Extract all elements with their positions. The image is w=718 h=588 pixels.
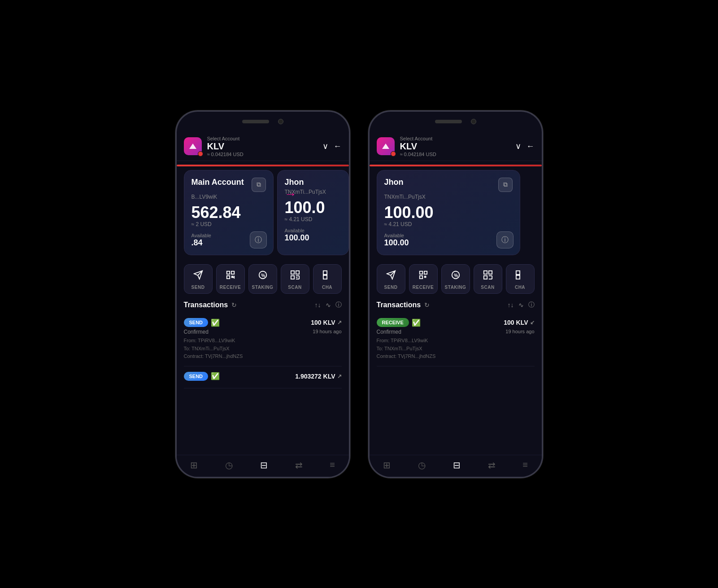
phone1-scan-btn[interactable]: SCAN (281, 264, 309, 294)
main-info-btn[interactable]: ⓘ (250, 231, 267, 248)
tx-actions: ↑↓ ∿ ⓘ (315, 301, 342, 309)
tx2-badge: SEND (184, 372, 209, 381)
phone2-staking-icon: % (451, 270, 461, 282)
tx1-badge-row: SEND ✅ (184, 318, 220, 327)
sort-icon[interactable]: ↑↓ (315, 301, 321, 309)
phone1-usd: ≈ 0.042184 USD (207, 152, 317, 157)
tx2-amount: 1.903272 KLV ↗ (295, 373, 341, 380)
tx1-check: ✅ (211, 318, 220, 327)
jhon-card-usd: ≈ 4.21 USD (285, 216, 341, 222)
svg-rect-35 (516, 275, 519, 279)
phone2-receive-btn[interactable]: RECEIVE (409, 264, 438, 294)
phone2-nav-grid[interactable]: ⊞ (383, 460, 391, 470)
nav-wallet[interactable]: ⊟ (260, 460, 268, 470)
phone1-tx-list: SEND ✅ 100 KLV ↗ Confirmed 19 hours ago (177, 313, 349, 454)
phone2-nav-swap[interactable]: ⇄ (488, 460, 496, 470)
main-copy-btn[interactable]: ⧉ (252, 178, 266, 192)
phone1-cha-label: CHA (322, 285, 332, 290)
nav-swap[interactable]: ⇄ (295, 460, 303, 470)
svg-text:%: % (454, 273, 458, 278)
phone2-chevron[interactable]: ∨ (515, 141, 521, 151)
phone2-actions: SEND RECEIVE (370, 259, 542, 299)
phone2-notch (370, 112, 542, 131)
card-top: Main Account ⧉ (191, 178, 266, 192)
phone2-card-name: Jhon (384, 178, 404, 187)
receive-icon (226, 270, 235, 282)
phone2-wrapper: Select Account KLV ≈ 0.042184 USD ∨ ← (368, 110, 543, 478)
phone2-header-actions: ∨ ← (515, 141, 535, 151)
svg-rect-2 (226, 271, 229, 274)
phone1-tx-title: Transactions (184, 301, 228, 309)
phone2-send-icon (386, 270, 396, 282)
phone2-tx1-amount-value: 100 KLV (504, 319, 528, 326)
svg-text:%: % (261, 273, 265, 278)
phone2-tx1-badge: RECEIVE (377, 318, 409, 327)
phone1-refresh-icon[interactable]: ↻ (231, 301, 237, 309)
phone1-select-label: Select Account (207, 136, 317, 141)
phone2-send-label: SEND (384, 285, 398, 290)
jhon-card-top: Jhon (285, 178, 341, 187)
phone1-main-card[interactable]: Main Account ⧉ B...LV9wiK 562.84 ≈ 2 USD… (184, 170, 274, 256)
phone2-info-btn[interactable]: ⓘ (496, 231, 513, 248)
phone1-send-btn[interactable]: SEND (184, 264, 213, 294)
phone1-jhon-card[interactable]: Jhon TNXmTi...PuTjsX 100.0 ≈ 4.21 USD Av… (277, 170, 349, 256)
phone2-tx-item-1[interactable]: RECEIVE ✅ 100 KLV ↙ Confirmed 19 hours a… (377, 313, 535, 366)
phone2-back[interactable]: ← (527, 142, 535, 151)
tx1-amount: 100 KLV ↗ (311, 319, 341, 326)
phone1-receive-btn[interactable]: RECEIVE (216, 264, 245, 294)
phone2-usd: ≈ 0.042184 USD (400, 152, 510, 157)
scan-icon (290, 270, 300, 282)
phone1-header-actions: ∨ ← (322, 141, 342, 151)
nav-clock[interactable]: ◷ (225, 460, 233, 470)
tx1-arrow: ↗ (337, 319, 342, 326)
phone1-notch (177, 112, 349, 131)
phone1: Select Account KLV ≈ 0.042184 USD ∨ ← (175, 110, 350, 478)
tx-item-1[interactable]: SEND ✅ 100 KLV ↗ Confirmed 19 hours ago (184, 313, 342, 366)
phone2-cha-btn[interactable]: CHA (506, 264, 535, 294)
info-icon[interactable]: ⓘ (335, 301, 342, 309)
phone2-staking-btn[interactable]: % STAKING (441, 264, 470, 294)
tx2-check: ✅ (211, 372, 220, 380)
phone1-staking-btn[interactable]: % STAKING (248, 264, 277, 294)
phone2-scan-icon (483, 270, 493, 282)
phone2-content: Select Account KLV ≈ 0.042184 USD ∨ ← (370, 131, 542, 477)
phone2-info-icon[interactable]: ⓘ (528, 301, 535, 309)
tx1-status: Confirmed (184, 329, 209, 335)
phone2-chart-icon[interactable]: ∿ (518, 301, 524, 309)
phone1-chevron[interactable]: ∨ (322, 141, 328, 151)
phone2-jhon-card[interactable]: Jhon ⧉ TNXmTi...PuTjsX 100.00 ≈ 4.21 USD… (377, 170, 520, 256)
phone1-cha-btn[interactable]: CHA (313, 264, 342, 294)
phone1-back[interactable]: ← (334, 142, 342, 151)
phone2-sort-icon[interactable]: ↑↓ (508, 301, 514, 309)
jhon-available-label: Available (285, 228, 341, 233)
phone2-refresh-icon[interactable]: ↻ (424, 301, 430, 309)
jhon-card-name: Jhon (285, 178, 304, 187)
phone2-tx1-amount: 100 KLV ↙ (504, 319, 534, 326)
phone2-scan-btn[interactable]: SCAN (474, 264, 502, 294)
phone2-nav-clock[interactable]: ◷ (418, 460, 426, 470)
phone2-nav-wallet[interactable]: ⊟ (453, 460, 461, 470)
tx1-badge: SEND (184, 318, 209, 327)
nav-menu[interactable]: ≡ (330, 460, 335, 470)
phone1-currency: KLV (207, 141, 317, 152)
send-icon (193, 270, 203, 282)
phone2-card-usd: ≈ 4.21 USD (384, 221, 513, 227)
phone2-notch-camera (471, 119, 476, 124)
main-card-address: B...LV9wiK (191, 194, 266, 200)
phone1-red-bar (177, 165, 349, 166)
phone2-copy-btn[interactable]: ⧉ (498, 178, 513, 192)
phone2-tx1-check: ✅ (412, 318, 421, 327)
tx2-top: SEND ✅ 1.903272 KLV ↗ (184, 372, 342, 381)
chart-icon[interactable]: ∿ (326, 301, 331, 309)
tx2-badge-row: SEND ✅ (184, 372, 220, 381)
phone2-nav-menu[interactable]: ≡ (522, 460, 528, 470)
svg-rect-12 (296, 271, 299, 274)
tx-item-2[interactable]: SEND ✅ 1.903272 KLV ↗ (184, 366, 342, 388)
phone2-send-btn[interactable]: SEND (377, 264, 405, 294)
phone2-tx-actions: ↑↓ ∿ ⓘ (508, 301, 535, 309)
phone2-header: Select Account KLV ≈ 0.042184 USD ∨ ← (370, 131, 542, 161)
phone1-staking-label: STAKING (252, 285, 274, 290)
phone2-currency: KLV (400, 141, 510, 152)
phone2-tx1-time: 19 hours ago (505, 329, 534, 335)
nav-grid[interactable]: ⊞ (190, 460, 198, 470)
